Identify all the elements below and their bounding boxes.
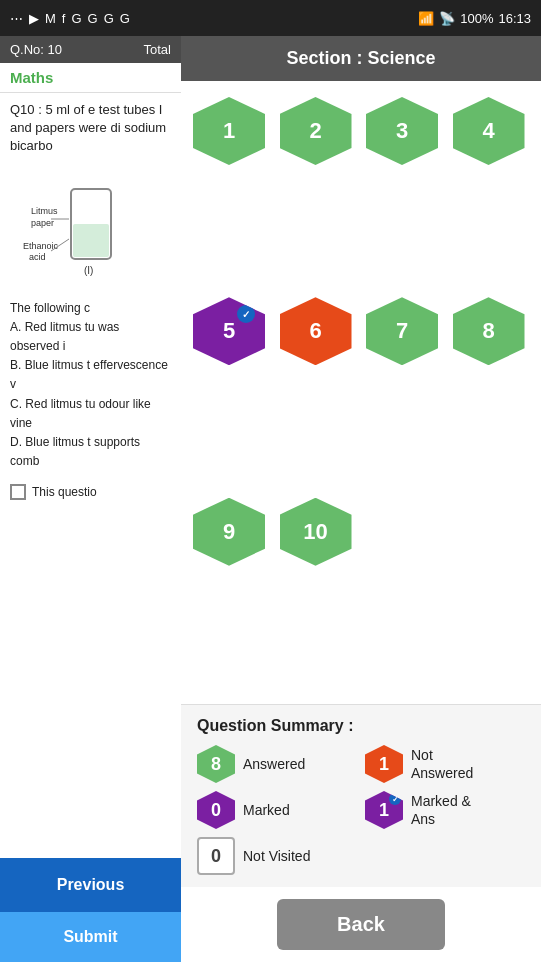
checkbox[interactable] — [10, 484, 26, 500]
not-visited-badge: 0 — [197, 837, 235, 875]
section-header: Section : Science — [181, 36, 541, 81]
summary-grid: 8 Answered 1 NotAnswered 0 Marked — [197, 745, 525, 875]
summary-not-answered: 1 NotAnswered — [365, 745, 525, 783]
time-display: 16:13 — [498, 11, 531, 26]
submit-button[interactable]: Submit — [0, 912, 181, 962]
svg-text:paper: paper — [31, 218, 54, 228]
answer-option-text: The following c A. Red litmus tu was obs… — [10, 299, 171, 472]
signal-icon: 📡 — [439, 11, 455, 26]
summary-not-visited: 0 Not Visited — [197, 837, 357, 875]
previous-button[interactable]: Previous — [0, 858, 181, 912]
question-btn-10[interactable]: 10 — [280, 498, 352, 566]
menu-icon: ⋯ — [10, 11, 23, 26]
question-header: Q.No: 10 Total — [0, 36, 181, 63]
question-number: Q.No: 10 — [10, 42, 62, 57]
question-grid: 1 2 3 4 5 ✓ 6 7 — [181, 81, 541, 704]
checkbox-row: This questio — [0, 476, 181, 508]
section-maths: Maths — [0, 63, 181, 93]
answer-options: The following c A. Red litmus tu was obs… — [0, 294, 181, 477]
not-answered-badge: 1 — [365, 745, 403, 783]
status-bar-right: 📶 📡 100% 16:13 — [418, 11, 531, 26]
app-icon-2: G — [88, 11, 98, 26]
status-bar-left: ⋯ ▶ M f G G G G — [10, 11, 130, 26]
checkmark-icon: ✓ — [237, 305, 255, 323]
question-btn-5[interactable]: 5 ✓ — [193, 297, 265, 365]
summary-marked: 0 Marked — [197, 791, 357, 829]
youtube-icon: ▶ — [29, 11, 39, 26]
answered-label: Answered — [243, 755, 305, 773]
gmail-icon: M — [45, 11, 56, 26]
app-icon-4: G — [120, 11, 130, 26]
status-bar: ⋯ ▶ M f G G G G 📶 📡 100% 16:13 — [0, 0, 541, 36]
left-panel: Q.No: 10 Total Maths Q10 : 5 ml of e tes… — [0, 36, 181, 962]
right-panel: Section : Science 1 2 3 4 5 ✓ — [181, 36, 541, 962]
question-btn-1[interactable]: 1 — [193, 97, 265, 165]
question-text: Q10 : 5 ml of e test tubes I and papers … — [0, 93, 181, 164]
total-label: Total — [144, 42, 171, 57]
marked-ans-check: ✓ — [389, 793, 401, 805]
question-btn-3[interactable]: 3 — [366, 97, 438, 165]
app-icon-3: G — [104, 11, 114, 26]
wifi-icon: 📶 — [418, 11, 434, 26]
marked-ans-label: Marked &Ans — [411, 792, 471, 828]
question-btn-6[interactable]: 6 — [280, 297, 352, 365]
diagram-container: Litmus paper Ethanoic acid (I) — [0, 169, 181, 289]
not-answered-label: NotAnswered — [411, 746, 473, 782]
checkbox-label: This questio — [32, 485, 97, 499]
question-btn-9[interactable]: 9 — [193, 498, 265, 566]
marked-ans-badge: 1 ✓ — [365, 791, 403, 829]
answered-badge: 8 — [197, 745, 235, 783]
not-visited-label: Not Visited — [243, 847, 310, 865]
svg-text:(I): (I) — [84, 265, 93, 276]
marked-label: Marked — [243, 801, 290, 819]
summary-answered: 8 Answered — [197, 745, 357, 783]
experiment-diagram: Litmus paper Ethanoic acid (I) — [21, 169, 161, 289]
back-btn-row: Back — [181, 887, 541, 962]
svg-text:acid: acid — [29, 252, 46, 262]
question-btn-2[interactable]: 2 — [280, 97, 352, 165]
bottom-buttons: Previous Submit — [0, 858, 181, 962]
summary-box: Question Summary : 8 Answered 1 NotAnswe… — [181, 704, 541, 887]
summary-title: Question Summary : — [197, 717, 525, 735]
app-icon-1: G — [71, 11, 81, 26]
marked-badge: 0 — [197, 791, 235, 829]
summary-marked-ans: 1 ✓ Marked &Ans — [365, 791, 525, 829]
battery-label: 100% — [460, 11, 493, 26]
svg-rect-1 — [73, 224, 109, 257]
main-container: Q.No: 10 Total Maths Q10 : 5 ml of e tes… — [0, 36, 541, 962]
question-btn-8[interactable]: 8 — [453, 297, 525, 365]
question-btn-7[interactable]: 7 — [366, 297, 438, 365]
flipboard-icon: f — [62, 11, 66, 26]
question-btn-4[interactable]: 4 — [453, 97, 525, 165]
back-button[interactable]: Back — [277, 899, 445, 950]
svg-text:Litmus: Litmus — [31, 206, 58, 216]
